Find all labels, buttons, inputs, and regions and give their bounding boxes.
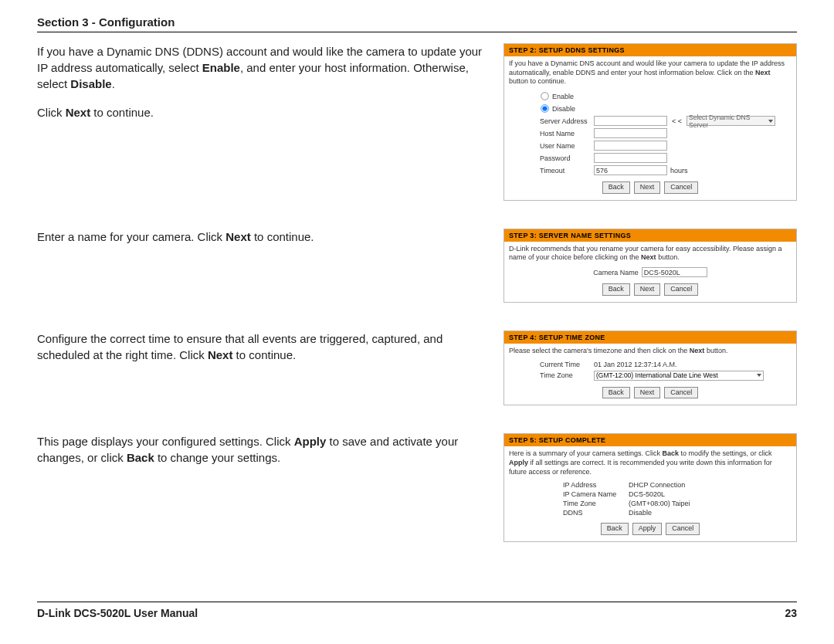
ddns-label: DDNS bbox=[563, 509, 629, 517]
panel-title: STEP 3: SERVER NAME SETTINGS bbox=[504, 229, 796, 242]
text-bold: Next bbox=[66, 106, 91, 119]
cancel-button[interactable]: Cancel bbox=[666, 523, 700, 535]
current-time-value: 01 Jan 2012 12:37:14 A.M. bbox=[594, 361, 677, 368]
time-zone-panel: STEP 4: SETUP TIME ZONE Please select th… bbox=[503, 330, 797, 405]
camera-name-label: Camera Name bbox=[593, 269, 639, 276]
lessless-text: < < bbox=[672, 117, 682, 125]
host-name-label: Host Name bbox=[540, 130, 594, 137]
panel-note: If you have a Dynamic DNS account and wo… bbox=[509, 59, 792, 86]
server-name-panel: STEP 3: SERVER NAME SETTINGS D-Link reco… bbox=[503, 229, 797, 303]
text: Click bbox=[37, 106, 66, 119]
timeout-input[interactable]: 576 bbox=[594, 165, 667, 175]
instruction-text: Configure the correct time to ensure tha… bbox=[37, 330, 494, 363]
text-bold: Enable bbox=[202, 61, 240, 74]
user-name-input[interactable] bbox=[594, 141, 667, 151]
panel-title: STEP 4: SETUP TIME ZONE bbox=[504, 331, 796, 344]
footer-left: D-Link DCS-5020L User Manual bbox=[37, 607, 198, 619]
chevron-down-icon bbox=[768, 120, 773, 123]
next-button[interactable]: Next bbox=[634, 387, 661, 399]
camera-name-input[interactable]: DCS-5020L bbox=[642, 267, 707, 277]
ip-camera-name-label: IP Camera Name bbox=[563, 490, 629, 498]
chevron-down-icon bbox=[757, 374, 761, 377]
section-header: Section 3 - Configuration bbox=[37, 15, 797, 32]
text: . bbox=[112, 77, 115, 90]
disable-radio[interactable] bbox=[541, 104, 548, 112]
ip-address-label: IP Address bbox=[563, 481, 629, 489]
setup-complete-panel: STEP 5: SETUP COMPLETE Here is a summary… bbox=[503, 433, 797, 542]
back-button[interactable]: Back bbox=[602, 387, 630, 399]
back-button[interactable]: Back bbox=[602, 283, 630, 296]
server-address-label: Server Address bbox=[540, 117, 594, 125]
apply-button[interactable]: Apply bbox=[632, 523, 663, 535]
panel-title: STEP 5: SETUP COMPLETE bbox=[504, 434, 796, 446]
ip-address-value: DHCP Connection bbox=[629, 481, 685, 489]
page-number: 23 bbox=[785, 607, 797, 619]
host-name-input[interactable] bbox=[594, 128, 667, 138]
time-zone-label: Time Zone bbox=[563, 500, 629, 507]
cancel-button[interactable]: Cancel bbox=[664, 181, 698, 194]
back-button[interactable]: Back bbox=[601, 523, 629, 535]
ddns-value: Disable bbox=[629, 509, 652, 517]
enable-label: Enable bbox=[552, 93, 574, 100]
panel-title: STEP 2: SETUP DDNS SETTINGS bbox=[504, 44, 796, 56]
panel-note: Here is a summary of your camera setting… bbox=[509, 449, 792, 476]
text-bold: Disable bbox=[70, 77, 111, 90]
hours-label: hours bbox=[670, 167, 688, 175]
instruction-text: This page displays your configured setti… bbox=[37, 433, 494, 466]
instruction-text: If you have a Dynamic DNS (DDNS) account… bbox=[37, 43, 494, 120]
password-label: Password bbox=[540, 154, 594, 162]
user-name-label: User Name bbox=[540, 142, 594, 150]
timeout-label: Timeout bbox=[540, 167, 594, 175]
panel-note: D-Link recommends that you rename your c… bbox=[509, 245, 792, 263]
time-zone-label: Time Zone bbox=[540, 371, 594, 379]
time-zone-select[interactable]: (GMT-12:00) International Date Line West bbox=[594, 371, 764, 381]
next-button[interactable]: Next bbox=[634, 283, 661, 296]
enable-radio[interactable] bbox=[541, 92, 548, 100]
password-input[interactable] bbox=[594, 153, 667, 163]
ddns-settings-panel: STEP 2: SETUP DDNS SETTINGS If you have … bbox=[503, 43, 797, 201]
time-zone-value: (GMT+08:00) Taipei bbox=[629, 500, 690, 507]
next-button[interactable]: Next bbox=[634, 181, 661, 194]
instruction-text: Enter a name for your camera. Click Next… bbox=[37, 229, 494, 245]
disable-label: Disable bbox=[552, 105, 575, 113]
ip-camera-name-value: DCS-5020L bbox=[629, 490, 665, 498]
back-button[interactable]: Back bbox=[602, 181, 630, 194]
text: to continue. bbox=[90, 106, 154, 119]
server-address-input[interactable] bbox=[594, 116, 667, 126]
cancel-button[interactable]: Cancel bbox=[664, 387, 698, 399]
cancel-button[interactable]: Cancel bbox=[664, 283, 698, 296]
dns-server-select[interactable]: Select Dynamic DNS Server bbox=[687, 116, 775, 126]
panel-note: Please select the camera's timezone and … bbox=[509, 347, 792, 356]
current-time-label: Current Time bbox=[540, 361, 594, 368]
